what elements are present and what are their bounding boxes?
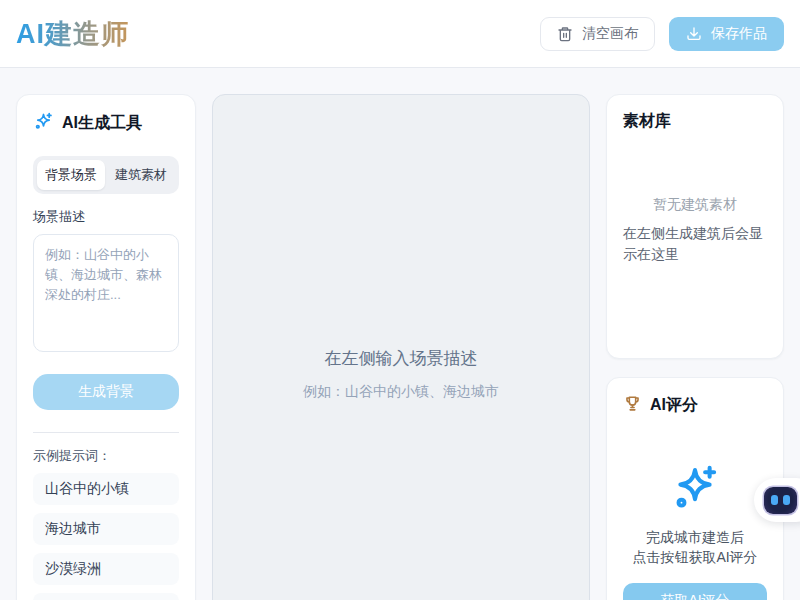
- robot-eye-right: [783, 495, 790, 505]
- clear-canvas-button[interactable]: 清空画布: [540, 17, 655, 51]
- download-icon: [686, 26, 702, 42]
- save-work-label: 保存作品: [711, 25, 767, 43]
- top-bar: AI建造师 清空画布 保存作品: [0, 0, 800, 68]
- tool-tabs: 背景场景 建筑素材: [33, 156, 179, 194]
- score-desc-line1: 完成城市建造后: [623, 527, 767, 547]
- example-prompt-seaside-city[interactable]: 海边城市: [33, 513, 179, 545]
- example-prompt-valley-town[interactable]: 山谷中的小镇: [33, 473, 179, 505]
- ai-score-title-row: AI评分: [623, 394, 767, 417]
- scene-description-input[interactable]: [33, 234, 179, 352]
- material-library-title: 素材库: [623, 111, 767, 132]
- main-content: AI生成工具 背景场景 建筑素材 场景描述 生成背景 示例提示词： 山谷中的小镇…: [0, 68, 800, 600]
- robot-eye-left: [771, 495, 778, 505]
- get-ai-score-button[interactable]: 获取AI评分: [623, 583, 767, 600]
- ai-tools-title: AI生成工具: [62, 113, 142, 134]
- scene-description-label: 场景描述: [33, 208, 179, 226]
- right-column: 素材库 暂无建筑素材 在左侧生成建筑后会显示在这里 AI评分: [606, 94, 784, 600]
- ai-score-description: 完成城市建造后 点击按钮获取AI评分: [623, 527, 767, 567]
- save-work-button[interactable]: 保存作品: [669, 17, 784, 51]
- ai-tools-title-row: AI生成工具: [33, 111, 179, 136]
- build-canvas[interactable]: 在左侧输入场景描述 例如：山谷中的小镇、海边城市: [212, 94, 590, 600]
- ai-score-body: 完成城市建造后 点击按钮获取AI评分 获取AI评分: [623, 461, 767, 600]
- sparkles-large-icon: [623, 461, 767, 519]
- canvas-hint-title: 在左侧输入场景描述: [303, 347, 499, 370]
- app-logo: AI建造师: [16, 16, 129, 52]
- library-empty-title: 暂无建筑素材: [623, 196, 767, 214]
- topbar-actions: 清空画布 保存作品: [540, 17, 784, 51]
- divider: [33, 432, 179, 433]
- example-prompts-label: 示例提示词：: [33, 447, 179, 465]
- example-prompt-snow-mountain-village[interactable]: 雪山脚下的村庄: [33, 593, 179, 600]
- clear-canvas-label: 清空画布: [582, 25, 638, 43]
- generate-background-button[interactable]: 生成背景: [33, 374, 179, 410]
- robot-icon: [764, 487, 797, 514]
- tab-background-scene[interactable]: 背景场景: [37, 160, 105, 190]
- library-empty-description: 在左侧生成建筑后会显示在这里: [623, 223, 767, 265]
- material-library-panel: 素材库 暂无建筑素材 在左侧生成建筑后会显示在这里: [606, 94, 784, 359]
- ai-score-title: AI评分: [650, 395, 698, 416]
- ai-tools-panel: AI生成工具 背景场景 建筑素材 场景描述 生成背景 示例提示词： 山谷中的小镇…: [16, 94, 196, 600]
- trash-icon: [557, 26, 573, 42]
- tab-building-material[interactable]: 建筑素材: [107, 160, 175, 190]
- sparkles-icon: [33, 111, 54, 136]
- score-desc-line2: 点击按钮获取AI评分: [623, 547, 767, 567]
- trophy-icon: [623, 394, 642, 417]
- canvas-empty-hint: 在左侧输入场景描述 例如：山谷中的小镇、海边城市: [303, 347, 499, 401]
- canvas-hint-subtitle: 例如：山谷中的小镇、海边城市: [303, 383, 499, 401]
- assistant-widget[interactable]: [754, 478, 800, 522]
- material-library-empty-state: 暂无建筑素材 在左侧生成建筑后会显示在这里: [623, 196, 767, 265]
- example-prompt-desert-oasis[interactable]: 沙漠绿洲: [33, 553, 179, 585]
